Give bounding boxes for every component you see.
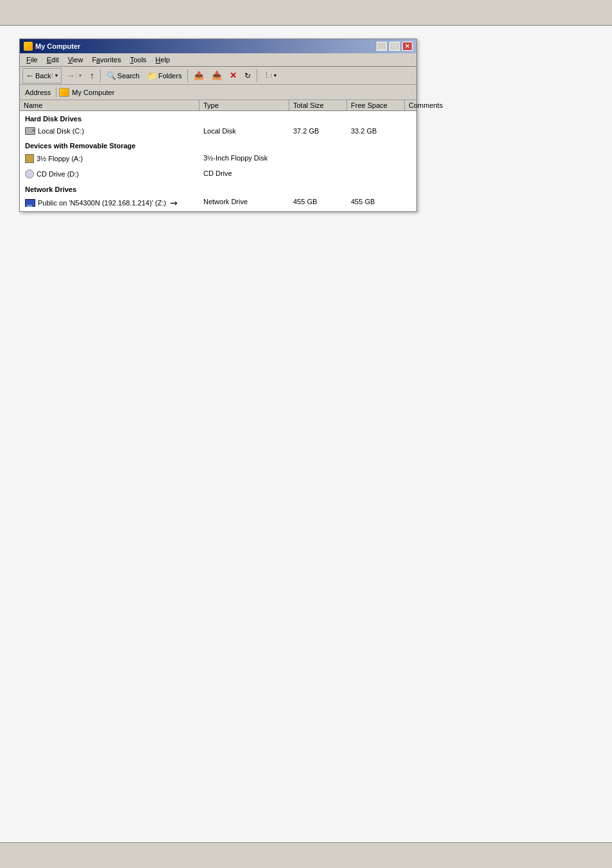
top-bar xyxy=(0,0,612,26)
search-button[interactable]: 🔍 Search xyxy=(103,68,143,83)
menu-view[interactable]: View xyxy=(64,55,87,65)
maximize-button[interactable]: □ xyxy=(389,42,400,51)
list-item[interactable]: Public on 'N54300N (192.168.1.214)' (Z:)… xyxy=(20,195,416,211)
window-icon xyxy=(24,42,33,51)
drive-z-type: Network Drive xyxy=(200,196,289,209)
address-label: Address xyxy=(22,89,53,96)
col-free-space[interactable]: Free Space xyxy=(347,100,405,110)
menu-tools[interactable]: Tools xyxy=(126,55,151,65)
drive-d-free xyxy=(347,168,405,180)
drive-z-size: 455 GB xyxy=(289,196,347,209)
drive-c-type: Local Disk xyxy=(200,126,289,136)
hard-disk-section-label: Hard Disk Drives xyxy=(20,111,416,124)
col-comments[interactable]: Comments xyxy=(405,100,446,110)
forward-button[interactable]: → ▼ xyxy=(63,68,85,83)
back-icon: ← xyxy=(26,71,34,80)
folders-button[interactable]: 📁 Folders xyxy=(144,68,185,83)
copy-icon: 📥 xyxy=(212,71,222,80)
drive-d-size xyxy=(289,168,347,180)
folders-icon: 📁 xyxy=(148,71,157,80)
up-icon: ↑ xyxy=(90,71,94,80)
toolbar-sep-1 xyxy=(100,69,101,82)
drive-d-type: CD Drive xyxy=(200,168,289,180)
address-content: My Computer xyxy=(59,88,114,97)
delete-icon: ✕ xyxy=(230,71,237,80)
copy-button[interactable]: 📥 xyxy=(208,68,225,83)
back-dropdown-arrow[interactable]: ▼ xyxy=(52,73,58,78)
search-label: Search xyxy=(117,72,140,80)
menu-favorites[interactable]: Favorites xyxy=(88,55,124,65)
move-icon: 📤 xyxy=(194,71,204,80)
address-computer-icon xyxy=(59,88,69,97)
page-content: My Computer _ □ ✕ File Edit View Favorit… xyxy=(0,26,612,842)
network-section-label: Network Drives xyxy=(20,182,416,195)
drive-c-free: 33.2 GB xyxy=(347,126,405,136)
menu-edit[interactable]: Edit xyxy=(43,55,63,65)
list-item[interactable]: 3½ Floppy (A:) 3½-Inch Floppy Disk xyxy=(20,151,416,166)
address-bar: Address My Computer xyxy=(20,85,416,100)
network-icon xyxy=(25,199,35,207)
drive-a-label: 3½ Floppy (A:) xyxy=(37,155,83,162)
window-titlebar: My Computer _ □ ✕ xyxy=(20,39,416,53)
col-name[interactable]: Name xyxy=(20,100,200,110)
folders-label: Folders xyxy=(158,72,182,80)
back-button-group[interactable]: ← Back ▼ xyxy=(22,68,62,83)
views-icon: ⋮ xyxy=(263,71,270,80)
drive-z-label: Public on 'N54300N (192.168.1.214)' (Z:) xyxy=(38,199,166,207)
drive-a-free xyxy=(347,153,405,164)
bottom-bar xyxy=(0,842,612,868)
col-total-size[interactable]: Total Size xyxy=(289,100,347,110)
delete-button[interactable]: ✕ xyxy=(226,68,240,83)
menu-help[interactable]: Help xyxy=(151,55,174,65)
cursor-indicator: ⇝ xyxy=(170,198,178,208)
toolbar-sep-3 xyxy=(257,69,257,82)
removable-section-label: Devices with Removable Storage xyxy=(20,138,416,151)
drive-z-free: 455 GB xyxy=(347,196,405,209)
drive-a-comments xyxy=(405,153,416,164)
cd-icon xyxy=(25,169,34,178)
undo-icon: ↻ xyxy=(244,71,251,80)
drive-c-size: 37.2 GB xyxy=(289,126,347,136)
hdd-icon xyxy=(25,127,35,135)
drive-c-name[interactable]: Local Disk (C:) xyxy=(20,126,200,136)
list-item[interactable]: CD Drive (D:) CD Drive xyxy=(20,166,416,182)
address-path: My Computer xyxy=(72,89,114,96)
drive-d-comments xyxy=(405,168,416,180)
up-button[interactable]: ↑ xyxy=(87,68,98,83)
close-button[interactable]: ✕ xyxy=(402,42,412,51)
column-headers: Name Type Total Size Free Space Comments xyxy=(20,100,416,111)
drive-c-comments xyxy=(405,126,416,136)
drive-a-name[interactable]: 3½ Floppy (A:) xyxy=(20,153,200,164)
views-button[interactable]: ⋮ ▼ xyxy=(260,68,280,83)
drive-d-label: CD Drive (D:) xyxy=(37,170,79,178)
views-dropdown-arrow[interactable]: ▼ xyxy=(271,73,277,78)
toolbar: ← Back ▼ → ▼ ↑ 🔍 Search 📁 xyxy=(20,67,416,85)
back-button[interactable]: ← Back ▼ xyxy=(22,68,62,83)
drive-z-comments xyxy=(405,196,416,209)
back-label: Back xyxy=(35,72,51,80)
my-computer-window: My Computer _ □ ✕ File Edit View Favorit… xyxy=(19,39,417,212)
toolbar-sep-2 xyxy=(187,69,188,82)
undo-button[interactable]: ↻ xyxy=(241,68,254,83)
window-title: My Computer xyxy=(35,42,374,50)
col-type[interactable]: Type xyxy=(200,100,289,110)
drive-d-name[interactable]: CD Drive (D:) xyxy=(20,168,200,180)
search-icon: 🔍 xyxy=(106,71,116,80)
menu-bar: File Edit View Favorites Tools Help xyxy=(20,53,416,67)
floppy-icon xyxy=(25,154,34,163)
forward-icon: → xyxy=(66,71,74,80)
drive-c-label: Local Disk (C:) xyxy=(38,127,84,135)
move-button[interactable]: 📤 xyxy=(191,68,207,83)
drive-a-type: 3½-Inch Floppy Disk xyxy=(200,153,289,164)
content-area: Hard Disk Drives Local Disk (C:) Local D… xyxy=(20,111,416,211)
list-item[interactable]: Local Disk (C:) Local Disk 37.2 GB 33.2 … xyxy=(20,124,416,138)
address-separator xyxy=(56,87,56,98)
drive-a-size xyxy=(289,153,347,164)
drive-z-name[interactable]: Public on 'N54300N (192.168.1.214)' (Z:)… xyxy=(20,196,200,209)
menu-file[interactable]: File xyxy=(22,55,42,65)
forward-dropdown-arrow[interactable]: ▼ xyxy=(76,73,82,78)
minimize-button[interactable]: _ xyxy=(377,42,387,51)
